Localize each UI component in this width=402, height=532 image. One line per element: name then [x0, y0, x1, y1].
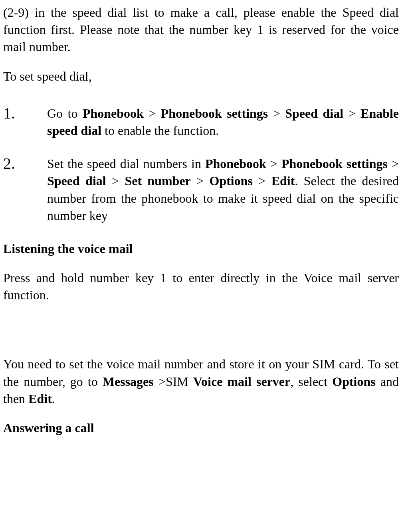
- text: Press and hold number key 1 to enter dir…: [3, 271, 399, 302]
- text: Set the speed dial numbers in: [47, 156, 205, 171]
- steps-list: 1. Go to Phonebook > Phonebook settings …: [3, 105, 399, 224]
- menu-set-number: Set number: [125, 174, 190, 188]
- step-number: 1.: [3, 103, 15, 124]
- step-2: 2. Set the speed dial numbers in Phonebo…: [3, 155, 399, 224]
- separator: >: [268, 106, 285, 121]
- menu-voice-mail-server: Voice mail server: [193, 374, 290, 389]
- heading-voicemail: Listening the voice mail: [3, 240, 399, 257]
- separator: >: [253, 174, 271, 188]
- menu-phonebook: Phonebook: [83, 106, 144, 121]
- text: >SIM: [158, 374, 193, 389]
- menu-phonebook: Phonebook: [205, 156, 266, 171]
- menu-phonebook-settings: Phonebook settings: [161, 106, 268, 121]
- text: .: [52, 392, 55, 406]
- separator: >: [106, 174, 125, 188]
- step-1: 1. Go to Phonebook > Phonebook settings …: [3, 105, 399, 139]
- separator: >: [144, 106, 161, 121]
- separator: >: [388, 156, 399, 171]
- separator: >: [191, 174, 210, 188]
- text: (2-9) in the speed dial list to make a c…: [3, 5, 399, 54]
- menu-edit: Edit: [28, 392, 52, 406]
- separator: >: [266, 156, 281, 171]
- text: to enable the function.: [101, 123, 219, 138]
- set-speed-dial-intro: To set speed dial,: [3, 68, 399, 85]
- intro-continuation: (2-9) in the speed dial list to make a c…: [3, 4, 399, 56]
- menu-options: Options: [332, 374, 375, 389]
- menu-speed-dial: Speed dial: [285, 106, 343, 121]
- menu-edit: Edit: [271, 174, 295, 188]
- text: Listening the voice mail: [3, 241, 133, 256]
- heading-answering: Answering a call: [3, 419, 399, 437]
- menu-speed-dial: Speed dial: [47, 174, 106, 188]
- menu-phonebook-settings: Phonebook settings: [281, 156, 388, 171]
- text: Answering a call: [3, 421, 94, 435]
- voicemail-setup-paragraph: You need to set the voice mail number an…: [3, 356, 399, 407]
- text: , select: [290, 374, 332, 389]
- text: To set speed dial,: [3, 69, 92, 83]
- menu-options: Options: [210, 174, 253, 188]
- menu-messages: Messages: [103, 374, 158, 389]
- step-number: 2.: [3, 153, 15, 174]
- voicemail-paragraph: Press and hold number key 1 to enter dir…: [3, 269, 399, 304]
- separator: >: [343, 106, 360, 121]
- text: Go to: [47, 106, 83, 121]
